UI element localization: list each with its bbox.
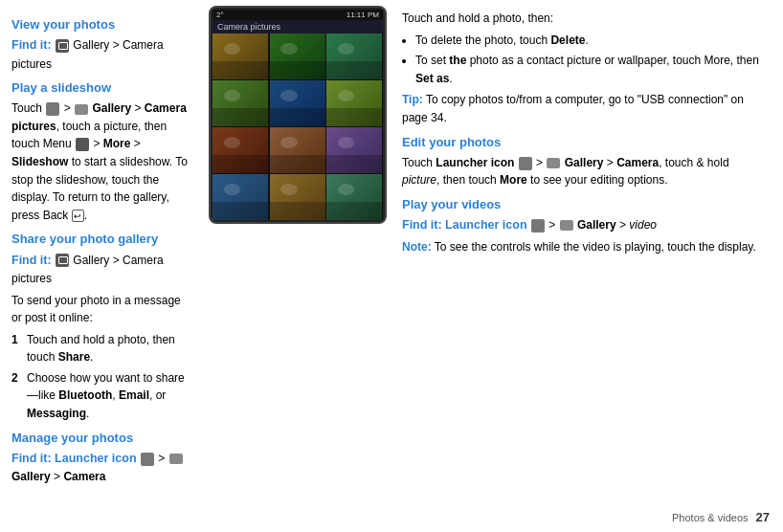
photo-cell [213,33,268,79]
photo-cell [326,127,382,173]
note-body: To see the controls while the video is p… [435,240,756,254]
step-2-num: 2 [11,369,23,423]
share-heading: Share your photo gallery [11,230,190,249]
phone-screen: 2° 11:11 PM Camera pictures [209,6,387,224]
photo-cell [270,127,325,173]
tip-text: Tip: To copy photos to/from a computer, … [402,91,770,126]
status-left: 2° [216,11,224,19]
bullet-set: To set the photo as a contact picture or… [415,52,770,87]
main-content: View your photos Find it: Gallery > Came… [0,0,783,532]
bullet-delete: To delete the photo, touch Delete. [415,32,770,50]
gallery-icon-manage [169,454,183,464]
find-it-3: Find it: Launcher icon > Gallery > Camer… [11,450,190,486]
step-1-num: 1 [11,331,23,366]
manage-heading: Manage your photos [11,429,190,448]
launcher-icon-edit [519,157,532,170]
find-it-videos-label: Find it: Launcher icon [402,218,527,232]
page-number: 27 [756,510,770,524]
note-text: Note: To see the controls while the vide… [402,238,770,256]
find-it-1: Find it: Gallery > Camera pictures [11,36,190,73]
page-footer: Photos & videos 27 [672,510,770,524]
photo-cell [213,80,268,126]
phone-area: 2° 11:11 PM Camera pictures [201,0,392,532]
photo-cell [213,174,268,220]
share-steps: 1 Touch and hold a photo, then touch Sha… [11,331,190,423]
find-it-label-3: Find it: Launcher icon [11,452,137,465]
slideshow-body: Touch > Gallery > Camera pictures, touch… [11,100,190,224]
photo-cell [270,174,325,220]
photo-cell [326,174,382,220]
step-1-text: Touch and hold a photo, then touch Share… [27,331,190,366]
step-1: 1 Touch and hold a photo, then touch Sha… [11,331,190,366]
view-photos-heading: View your photos [11,15,190,34]
gallery-icon-edit [547,158,560,168]
status-right: 11:11 PM [347,11,379,19]
edit-body: Touch Launcher icon > Gallery > Camera, … [402,154,770,189]
edit-heading: Edit your photos [402,133,770,152]
phone-title-bar: Camera pictures [213,20,383,33]
photo-cell [326,80,382,126]
camera-icon-1 [56,39,69,53]
photo-cell [326,33,382,79]
tip-body: To copy photos to/from a computer, go to… [402,93,744,124]
manage-bullets: To delete the photo, touch Delete. To se… [415,32,770,88]
photo-cell [270,33,325,79]
find-it-label-2: Find it: [11,254,52,267]
back-icon: ↩ [72,210,84,222]
status-bar: 2° 11:11 PM [213,10,383,20]
tip-label: Tip: [402,93,423,106]
phone-title: Camera pictures [217,22,280,32]
share-body: To send your photo in a message or post … [11,292,190,327]
photo-grid [213,33,383,220]
menu-icon-slide [76,138,89,151]
right-section: Touch and hold a photo, then: To delete … [392,0,783,532]
find-it-videos: Find it: Launcher icon > Gallery > video [402,216,770,234]
step-2-text: Choose how you want to share—like Blueto… [27,369,190,423]
slideshow-heading: Play a slideshow [11,78,190,98]
gallery-icon-slide [75,104,88,115]
play-videos-heading: Play your videos [402,195,770,214]
photo-cell [213,127,268,173]
manage-body: Touch and hold a photo, then: [402,10,770,28]
photo-cell [270,80,325,126]
launcher-icon-video [531,219,545,233]
find-it-2: Find it: Gallery > Camera pictures [11,252,190,288]
launcher-icon-manage [141,453,154,466]
gallery-icon-video [560,220,573,231]
page-container: View your photos Find it: Gallery > Came… [0,0,783,532]
launcher-icon-slide [46,102,59,116]
step-2: 2 Choose how you want to share—like Blue… [11,369,190,423]
left-section: View your photos Find it: Gallery > Came… [0,0,201,532]
footer-label: Photos & videos [672,512,749,523]
find-it-label-1: Find it: [11,38,52,52]
note-label: Note: [402,240,432,254]
phone-mockup: 2° 11:11 PM Camera pictures [209,6,387,224]
camera-icon-2 [56,254,69,267]
